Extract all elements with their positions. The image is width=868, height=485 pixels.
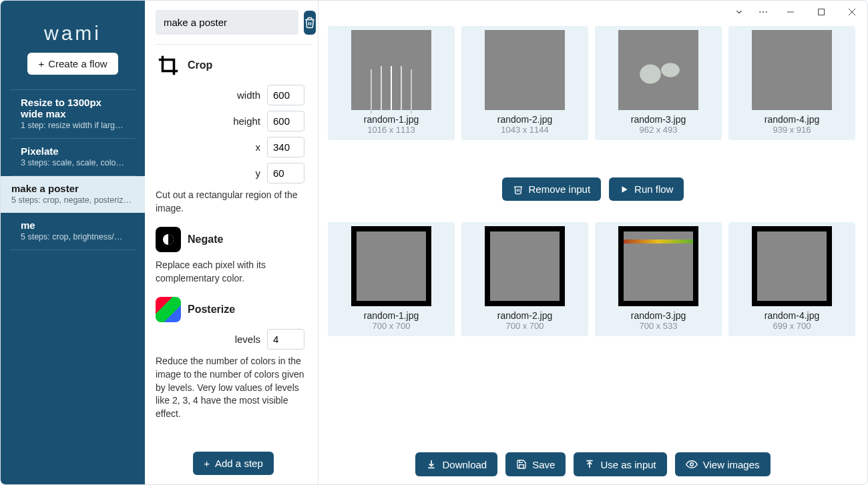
input-gallery: random-1.jpg 1016 x 1113 random-2.jpg 10… xyxy=(328,26,858,140)
output-thumbnail[interactable]: random-4.jpg 699 x 700 xyxy=(728,222,855,336)
thumbnail-filename: random-4.jpg xyxy=(732,114,851,125)
thumbnail-dimensions: 962 x 493 xyxy=(599,125,718,135)
sidebar-flow-item[interactable]: me 5 steps: crop, brightness/contr... xyxy=(10,213,136,250)
minimize-icon[interactable] xyxy=(775,1,806,23)
thumbnail-image xyxy=(332,30,451,110)
flow-name-input[interactable] xyxy=(156,10,298,35)
param-row: x xyxy=(156,137,304,157)
sidebar-flow-item[interactable]: make a poster 5 steps: crop, negate, pos… xyxy=(1,176,145,213)
run-flow-button[interactable]: Run flow xyxy=(609,177,684,201)
thumbnail-image xyxy=(599,226,718,306)
upload-icon xyxy=(584,459,595,470)
save-label: Save xyxy=(532,459,555,470)
thumbnail-filename: random-1.jpg xyxy=(332,310,451,321)
download-icon xyxy=(426,459,437,470)
thumbnail-image xyxy=(599,30,718,110)
use-as-input-button[interactable]: Use as input xyxy=(574,452,666,476)
input-thumbnail[interactable]: random-2.jpg 1043 x 1144 xyxy=(461,26,588,140)
step-title: Negate xyxy=(188,233,223,246)
param-label: y xyxy=(256,167,261,179)
play-icon xyxy=(620,185,629,194)
param-row: levels xyxy=(156,329,304,350)
thumbnail-filename: random-3.jpg xyxy=(599,310,718,321)
step-crop: Crop width height x y Cut out a rectangu… xyxy=(156,53,304,215)
param-label: levels xyxy=(235,334,260,345)
step-title: Crop xyxy=(188,59,212,71)
output-thumbnail[interactable]: random-3.jpg 700 x 533 xyxy=(595,222,722,336)
chevron-down-icon[interactable] xyxy=(727,1,751,23)
run-flow-label: Run flow xyxy=(634,183,673,195)
thumbnail-filename: random-2.jpg xyxy=(465,310,584,321)
view-images-button[interactable]: View images xyxy=(675,452,771,476)
param-label: width xyxy=(237,89,260,101)
output-gallery: random-1.jpg 700 x 700 random-2.jpg 700 … xyxy=(328,222,858,336)
param-input-width[interactable] xyxy=(267,85,304,105)
svg-rect-4 xyxy=(819,9,825,15)
thumbnail-image xyxy=(332,226,451,306)
save-icon xyxy=(516,459,527,470)
param-label: height xyxy=(233,115,260,127)
thumbnail-filename: random-2.jpg xyxy=(465,114,584,125)
step-posterize: Posterize levels Reduce the number of co… xyxy=(156,297,304,420)
logo-text: wami xyxy=(44,22,101,45)
thumbnail-dimensions: 700 x 700 xyxy=(465,321,584,331)
svg-point-2 xyxy=(766,11,767,13)
thumbnail-filename: random-3.jpg xyxy=(599,114,718,125)
param-row: y xyxy=(156,163,304,183)
step-title: Posterize xyxy=(188,304,235,316)
thumbnail-image xyxy=(465,226,584,306)
output-thumbnail[interactable]: random-2.jpg 700 x 700 xyxy=(461,222,588,336)
thumbnail-filename: random-4.jpg xyxy=(732,310,851,321)
thumbnail-dimensions: 1043 x 1144 xyxy=(465,125,584,135)
download-button[interactable]: Download xyxy=(415,452,497,476)
thumbnail-image xyxy=(465,30,584,110)
view-images-label: View images xyxy=(703,459,760,470)
main-panel: random-1.jpg 1016 x 1113 random-2.jpg 10… xyxy=(318,1,867,484)
add-step-button[interactable]: + Add a step xyxy=(193,452,273,475)
input-thumbnail[interactable]: random-1.jpg 1016 x 1113 xyxy=(328,26,455,140)
trash-icon xyxy=(513,184,523,195)
input-thumbnail[interactable]: random-3.jpg 962 x 493 xyxy=(595,26,722,140)
param-input-y[interactable] xyxy=(267,163,304,183)
step-description: Replace each pixel with its complementar… xyxy=(156,259,304,285)
delete-flow-button[interactable] xyxy=(304,11,316,35)
thumbnail-dimensions: 939 x 916 xyxy=(732,125,851,135)
output-thumbnail[interactable]: random-1.jpg 700 x 700 xyxy=(328,222,455,336)
step-negate: Negate Replace each pixel with its compl… xyxy=(156,227,304,285)
param-input-height[interactable] xyxy=(267,111,304,131)
remove-input-label: Remove input xyxy=(529,183,591,195)
param-input-levels[interactable] xyxy=(267,329,304,350)
sidebar-flow-item[interactable]: Resize to 1300px wide max 1 step: resize… xyxy=(10,89,136,139)
thumbnail-dimensions: 700 x 700 xyxy=(332,321,451,331)
trash-icon xyxy=(304,17,316,29)
remove-input-button[interactable]: Remove input xyxy=(502,177,602,201)
param-input-x[interactable] xyxy=(267,137,304,157)
svg-point-0 xyxy=(759,11,761,13)
input-thumbnail[interactable]: random-4.jpg 939 x 916 xyxy=(728,26,855,140)
flow-list: Resize to 1300px wide max 1 step: resize… xyxy=(1,89,145,250)
flow-title: make a poster xyxy=(11,183,134,194)
create-flow-button[interactable]: + Create a flow xyxy=(27,53,118,75)
sidebar: wami + Create a flow Resize to 1300px wi… xyxy=(1,1,145,484)
flow-title: Pixelate xyxy=(21,145,125,157)
more-icon[interactable] xyxy=(751,1,775,23)
svg-point-11 xyxy=(690,463,694,466)
thumbnail-dimensions: 1016 x 1113 xyxy=(332,125,451,135)
steps-list[interactable]: Crop width height x y Cut out a rectangu… xyxy=(156,44,311,445)
plus-icon: + xyxy=(38,58,44,69)
app-logo: wami xyxy=(1,6,145,53)
flow-subtitle: 5 steps: crop, negate, posterize... xyxy=(11,195,134,205)
step-description: Reduce the number of colors in the image… xyxy=(156,355,304,420)
thumbnail-image xyxy=(732,30,851,110)
svg-point-1 xyxy=(763,11,764,13)
flow-title: me xyxy=(21,219,125,231)
save-button[interactable]: Save xyxy=(505,452,566,476)
add-step-label: Add a step xyxy=(215,458,263,469)
sidebar-flow-item[interactable]: Pixelate 3 steps: scale, scale, colorize xyxy=(10,139,136,176)
maximize-icon[interactable] xyxy=(806,1,837,23)
flow-subtitle: 1 step: resize width if larger than xyxy=(21,121,125,130)
plus-icon: + xyxy=(204,458,210,469)
thumbnail-image xyxy=(732,226,851,306)
use-as-input-label: Use as input xyxy=(600,459,656,470)
close-icon[interactable] xyxy=(837,1,867,23)
